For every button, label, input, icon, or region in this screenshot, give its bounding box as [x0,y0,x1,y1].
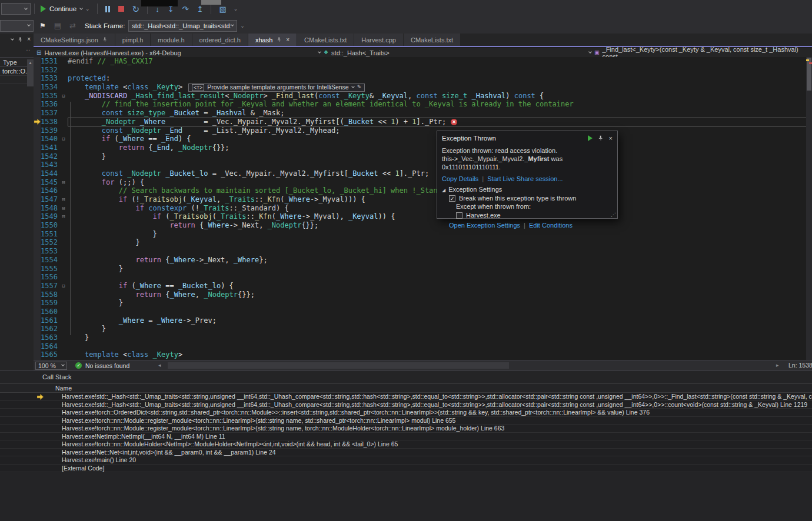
breakpoint-margin[interactable] [34,195,41,204]
fold-toggle-icon[interactable]: ⊟ [59,204,68,213]
stop-debugging-button[interactable] [118,6,124,12]
code-text[interactable]: } [68,299,812,308]
breakpoint-margin[interactable] [34,238,41,247]
breakpoint-margin[interactable] [34,350,41,359]
code-text[interactable]: if (_Where == _Bucket_lo) { [68,282,812,290]
live-share-link[interactable]: Start Live Share session... [487,175,563,182]
panel-menu-icon[interactable] [11,37,14,41]
close-icon[interactable]: × [27,36,31,42]
code-text[interactable]: } [68,238,812,247]
flag-icon[interactable]: ⚑ [39,22,46,29]
hscrollbar-thumb[interactable] [168,362,509,369]
chevron-down-icon[interactable] [351,85,355,88]
breakpoint-margin[interactable] [34,282,41,290]
zoom-selector[interactable]: 100 % [35,362,67,370]
code-text[interactable]: return {_Where->_Next, _Where}; [68,256,812,265]
code-text[interactable]: } [68,265,812,273]
panel-scrollbar[interactable]: ▴ [27,59,34,86]
breakpoint-margin[interactable] [34,273,41,282]
document-tab-pimpl-h[interactable]: pimpl.h [115,34,151,46]
fold-toggle-icon[interactable]: ⊟ [59,92,68,101]
editor-vertical-scrollbar[interactable] [806,57,812,360]
pin-icon[interactable] [18,37,23,42]
fold-toggle-icon[interactable]: ⊟ [59,178,68,187]
breakpoint-margin[interactable] [34,186,41,195]
breakpoint-margin[interactable] [34,74,41,83]
code-text[interactable]: _NODISCARD _Hash_find_last_result<_Nodep… [68,92,812,101]
call-stack-frame[interactable]: Harvest.exe!torch::nn::Module::register_… [0,425,812,433]
call-stack-frame[interactable]: Harvest.exe!torch::OrderedDict<std::stri… [0,409,812,417]
code-text[interactable]: return {_Where, _Nodeptr{}}; [68,290,812,299]
call-stack-frame[interactable]: Harvest.exe!std::_Hash<std::_Umap_traits… [0,393,812,401]
code-text[interactable] [68,342,812,351]
code-text[interactable] [68,66,812,75]
step-out-button[interactable]: ↥ [197,5,203,13]
restart-button[interactable]: ↻ [132,5,140,14]
breakpoint-margin[interactable] [34,247,41,256]
code-text[interactable] [68,308,812,316]
breakpoint-margin[interactable] [34,230,41,239]
breakpoint-margin[interactable] [34,92,41,101]
breakpoint-margin[interactable] [34,143,41,152]
breakpoint-margin[interactable] [34,290,41,299]
code-text[interactable]: protected: [68,74,812,83]
fold-toggle-icon[interactable]: ⊟ [59,212,68,221]
document-tab-ordered-dict-h[interactable]: ordered_dict.h [192,34,248,46]
toolbar-overflow-icon[interactable]: ⌄ [85,6,91,12]
process-combo[interactable] [0,20,34,32]
open-exception-settings-link[interactable]: Open Exception Settings [449,222,520,229]
breakpoint-margin[interactable] [34,325,41,333]
breakpoint-margin[interactable] [34,161,41,169]
document-tab-harvest-cpp[interactable]: Harvest.cpp [354,34,404,46]
call-stack-frame[interactable]: Harvest.exe!NetImpl::NetImpl(__int64 N, … [0,433,812,441]
code-text[interactable] [68,247,812,256]
breakpoint-margin[interactable] [34,333,41,342]
show-threads-button[interactable]: ▧ [219,5,226,13]
breakpoint-margin[interactable] [34,118,41,126]
break-checkbox[interactable]: ✓ [449,195,455,202]
document-tab-cmakelists-txt[interactable]: CMakeLists.txt [404,34,461,46]
code-text[interactable]: template <class _Keyty> [68,350,812,359]
module-checkbox[interactable] [456,212,462,219]
project-selector[interactable]: ⊞ Harvest.exe (Harvest\Harvest.exe) - x6… [34,48,321,57]
breakpoint-margin[interactable] [34,100,41,109]
code-text[interactable]: return {_Where->_Next, _Nodeptr{}}; [68,221,812,230]
code-text[interactable]: // find the insertion point for _Keyval … [68,100,812,109]
call-stack-frame[interactable]: Harvest.exe!main() Line 20 [0,456,812,465]
code-text[interactable]: _Nodeptr _Where = _Vec._Mypair._Myval2._… [68,118,812,126]
breakpoint-margin[interactable] [34,109,41,118]
continue-button[interactable]: Continue [49,5,76,12]
fold-toggle-icon[interactable]: ⊟ [59,195,68,204]
code-text[interactable]: _Where = _Where->_Prev; [68,316,812,325]
breakpoint-margin[interactable] [34,126,41,135]
scroll-right-icon[interactable]: ▸ [776,362,779,368]
continue-icon[interactable] [41,5,46,12]
name-column-header[interactable]: Name [0,383,812,393]
document-tab-cmakesettings-json[interactable]: CMakeSettings.json [34,34,115,46]
breakpoint-margin[interactable] [34,299,41,308]
close-icon[interactable]: × [286,36,289,43]
continue-dropdown-icon[interactable] [79,6,83,10]
breakpoint-margin[interactable] [34,83,41,92]
code-text[interactable]: template <class _Keyty><T>Provide sample… [68,83,812,92]
breakpoint-margin[interactable] [34,342,41,351]
toolbar-combo-left[interactable] [1,3,31,15]
call-stack-frame[interactable]: Harvest.exe!torch::nn::Module::register_… [0,417,812,425]
resize-grip[interactable]: ⋰ [611,212,616,218]
code-text[interactable]: const size_type _Bucket = _Hashval & _Ma… [68,109,812,118]
copy-details-link[interactable]: Copy Details [442,175,478,182]
stack-frame-combo[interactable]: std::_Hash<std::_Umap_traits<std::string… [128,20,237,32]
code-text[interactable]: } [68,325,812,333]
code-text[interactable] [68,273,812,282]
code-text[interactable]: } [68,333,812,342]
code-text[interactable]: } [68,230,812,239]
fold-toggle-icon[interactable]: ⊟ [59,282,68,290]
fold-toggle-icon[interactable]: ⊟ [59,135,68,143]
breakpoint-margin[interactable] [34,57,41,66]
pin-icon[interactable] [598,135,604,141]
call-stack-frame[interactable]: Harvest.exe!Net::Net<int,int,void>(int &… [0,449,812,457]
breakpoint-margin[interactable] [34,308,41,316]
breakpoint-margin[interactable] [34,316,41,325]
continue-icon[interactable] [588,135,593,141]
code-editor[interactable]: 1531#endif // _HAS_CXX1715321533protecte… [34,57,812,360]
